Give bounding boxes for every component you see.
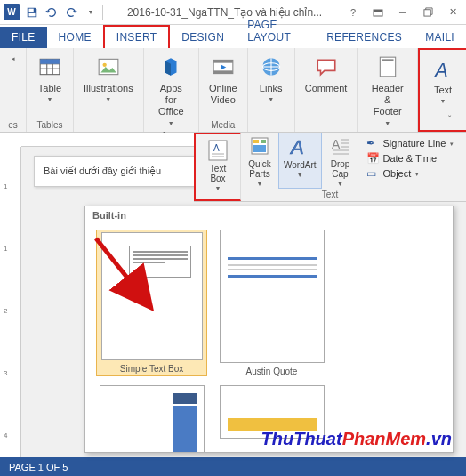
title-bar: W ▼ 2016-10-31_NgaTTN_Tạo và hiệu chỉn..… <box>0 0 466 25</box>
chevron-down-icon: ▼ <box>257 181 263 187</box>
text-sub-ribbon: A Text Box ▼ Quick Parts ▼ A WordArt ▼ A… <box>194 133 466 202</box>
minimize-button[interactable]: ─ <box>393 4 413 20</box>
svg-rect-14 <box>213 60 233 62</box>
tables-group-label: Tables <box>37 120 63 130</box>
tab-file[interactable]: FILE <box>0 27 47 48</box>
chevron-down-icon: ▼ <box>297 172 303 178</box>
vertical-ruler[interactable]: 11 23 4 <box>0 147 21 457</box>
svg-rect-28 <box>253 140 259 143</box>
text-box-button[interactable]: A Text Box ▼ <box>199 137 237 193</box>
svg-rect-21 <box>382 59 393 61</box>
svg-rect-29 <box>261 140 266 143</box>
close-button[interactable]: ✕ <box>443 4 462 20</box>
comment-button[interactable]: Comment <box>300 51 353 97</box>
app-icon: W <box>4 4 20 20</box>
online-video-button[interactable]: Online Video <box>204 51 243 109</box>
tab-references[interactable]: REFERENCES <box>315 27 414 48</box>
chevron-down-icon: ▼ <box>384 120 390 126</box>
links-icon <box>258 53 285 80</box>
drop-cap-button[interactable]: A Drop Cap ▼ <box>322 133 359 189</box>
svg-point-12 <box>102 63 106 67</box>
watermark: ThuThuatPhanMem.vn <box>261 429 452 449</box>
qat-separator <box>102 5 103 20</box>
svg-rect-3 <box>374 10 382 12</box>
illustrations-button[interactable]: Illustrations ▼ <box>78 51 139 105</box>
drop-cap-icon: A <box>329 134 352 157</box>
help-button[interactable]: ? <box>343 4 363 20</box>
quick-parts-icon <box>248 134 271 157</box>
ribbon-display-button[interactable] <box>368 4 388 20</box>
chevron-down-icon: ▼ <box>168 120 174 126</box>
object-button[interactable]: ▭Object ▾ <box>366 167 454 180</box>
redo-qat-button[interactable] <box>62 4 80 21</box>
signature-line-button[interactable]: ✒Signature Line ▾ <box>366 137 454 149</box>
svg-rect-10 <box>40 59 60 63</box>
pages-group-label: es <box>8 120 18 130</box>
text-group-button[interactable]: A Text ▼ <box>424 52 462 107</box>
svg-text:A: A <box>433 59 447 80</box>
undo-qat-button[interactable] <box>43 4 60 21</box>
quick-access-toolbar: ▼ <box>23 4 100 21</box>
svg-text:A: A <box>289 136 304 158</box>
comment-icon <box>313 53 340 80</box>
gallery-item-simple[interactable]: Simple Text Box <box>96 230 207 376</box>
svg-rect-4 <box>423 10 430 16</box>
chevron-down-icon: ▼ <box>215 185 221 191</box>
status-bar: PAGE 1 OF 5 <box>0 457 466 476</box>
thumb-austin-sidebar <box>100 385 205 453</box>
tab-insert[interactable]: INSERT <box>103 25 171 48</box>
tab-mailings[interactable]: MAILI <box>414 27 466 48</box>
svg-rect-0 <box>29 8 34 12</box>
svg-text:A: A <box>213 143 220 153</box>
date-time-button[interactable]: 📅Date & Time <box>366 152 454 165</box>
tab-home[interactable]: HOME <box>47 27 103 48</box>
quick-parts-button[interactable]: Quick Parts ▼ <box>241 133 278 189</box>
restore-button[interactable] <box>418 4 438 20</box>
apps-icon <box>157 53 184 80</box>
ribbon: ◂ es Table ▼ Tables Illustrations ▼ Apps <box>0 48 466 133</box>
gallery-header: Built-in <box>85 206 453 224</box>
svg-text:A: A <box>332 137 341 151</box>
save-qat-button[interactable] <box>23 4 41 21</box>
header-icon <box>374 53 401 80</box>
table-button[interactable]: Table ▼ <box>31 51 68 105</box>
table-icon <box>36 53 63 80</box>
collapse-ribbon-button[interactable]: ˇ <box>448 115 462 129</box>
date-icon: 📅 <box>366 152 379 165</box>
object-icon: ▭ <box>366 167 379 180</box>
svg-rect-1 <box>29 12 36 16</box>
tab-page-layout[interactable]: PAGE LAYOUT <box>236 14 315 48</box>
apps-for-office-button[interactable]: Apps for Office ▼ <box>149 51 194 129</box>
text-box-icon: A <box>206 139 229 162</box>
chevron-down-icon: ▼ <box>47 96 53 102</box>
thumb-simple-text-box <box>101 232 203 360</box>
video-icon <box>210 53 237 80</box>
svg-rect-15 <box>213 70 233 73</box>
wordart-button[interactable]: A WordArt ▼ <box>278 133 322 189</box>
gallery-item-austin-quote[interactable]: Austin Quote <box>216 230 327 376</box>
tab-design[interactable]: DESIGN <box>170 27 236 48</box>
ribbon-tabs: FILE HOME INSERT DESIGN PAGE LAYOUT REFE… <box>0 25 466 48</box>
wordart-icon: A <box>288 135 311 158</box>
links-button[interactable]: Links ▼ <box>253 51 290 105</box>
thumb-austin-quote <box>220 230 325 363</box>
chevron-down-icon: ▼ <box>440 98 446 104</box>
text-icon: A <box>430 55 456 82</box>
gallery-item-austin-sidebar[interactable]: Austin Sidebar <box>96 385 207 453</box>
page-count[interactable]: PAGE 1 OF 5 <box>9 462 68 472</box>
illustrations-icon <box>95 53 122 80</box>
header-footer-button[interactable]: Header & Footer ▼ <box>362 51 413 129</box>
chevron-down-icon: ▼ <box>337 181 343 187</box>
text-box-gallery: Built-in Simple Text Box Austin Quote <box>84 206 454 453</box>
text-group-label: Text <box>322 190 338 199</box>
document-text: Bài viết dưới đây giới thiệu <box>44 165 161 176</box>
media-group-label: Media <box>211 120 235 130</box>
qat-dropdown[interactable]: ▼ <box>82 4 100 21</box>
signature-icon: ✒ <box>366 137 379 149</box>
chevron-down-icon: ▼ <box>268 96 274 102</box>
chevron-down-icon: ▼ <box>105 96 111 102</box>
svg-rect-30 <box>253 145 266 152</box>
